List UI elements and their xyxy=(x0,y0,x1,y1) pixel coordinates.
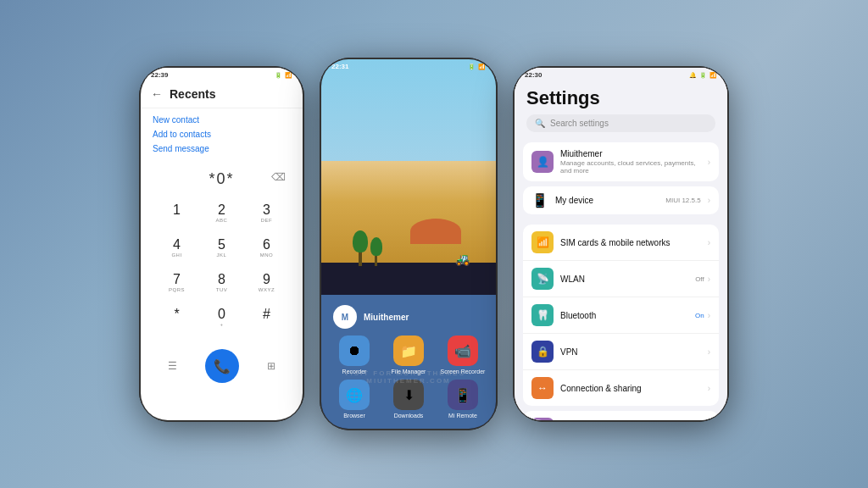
time-phone2: 22:31 xyxy=(331,63,348,70)
chevron-device-icon: › xyxy=(708,196,710,205)
vpn-icon: 🔒 xyxy=(531,341,554,363)
home-bottom-panel: M Miuithemer ⏺ Recorder 📁 File Manager 📹… xyxy=(321,295,496,429)
section-spacer xyxy=(515,214,727,219)
chevron-vpn-icon: › xyxy=(708,347,710,357)
username-label: Miuithemer xyxy=(364,313,409,322)
tree-2 xyxy=(370,237,382,266)
chevron-conn-icon: › xyxy=(708,384,710,393)
miui-version: MIUI 12.5.5 xyxy=(665,197,700,204)
phone-home: 🚜 22:31 🔋 📶 M Miuithemer ⏺ Reco xyxy=(320,58,498,430)
status-bar-phone2: 22:31 🔋 📶 xyxy=(321,59,496,72)
bluetooth-item[interactable]: 🦷 Bluetooth On › xyxy=(523,297,719,334)
delete-button[interactable]: ⌫ xyxy=(271,171,287,183)
app-screenrecorder[interactable]: 📹 Screen Recorder xyxy=(438,336,487,374)
wallpaper-icon: 🎨 xyxy=(531,418,554,420)
settings-screen: 22:30 🔔 🔋 📶 Settings 🔍 Search settings xyxy=(515,68,727,420)
home-screen: 🚜 22:31 🔋 📶 M Miuithemer ⏺ Reco xyxy=(321,59,496,429)
avatar: M xyxy=(333,305,357,329)
orange-hill xyxy=(410,219,461,244)
chevron-icon: › xyxy=(708,158,710,167)
personalization-section: 🎨 Wallpaper & personalization › 🔐 Always… xyxy=(523,411,719,420)
network-section: 📶 SIM cards & mobile networks › 📡 WLAN O… xyxy=(523,225,719,406)
vpn-label: VPN xyxy=(560,347,701,357)
app-browser[interactable]: 🌐 Browser xyxy=(330,380,379,419)
status-icons-phone3: 🔔 🔋 📶 xyxy=(689,72,717,79)
account-text: Miuithemer Manage accounts, cloud servic… xyxy=(560,149,701,175)
phone-dialer: 22:39 🔋 📶 ← Recents New contact Add to c… xyxy=(139,66,304,422)
bluetooth-status: On xyxy=(695,312,704,319)
search-icon: 🔍 xyxy=(535,119,545,128)
key-star[interactable]: * xyxy=(154,301,199,336)
phone-settings: 22:30 🔔 🔋 📶 Settings 🔍 Search settings xyxy=(513,66,729,422)
search-bar[interactable]: 🔍 Search settings xyxy=(526,114,715,132)
chevron-bt-icon: › xyxy=(708,311,710,320)
key-7[interactable]: 7 PQRS xyxy=(154,266,199,301)
account-icon: 👤 xyxy=(531,151,554,173)
app-filemanager[interactable]: 📁 File Manager xyxy=(384,336,433,374)
sim-icon: 📶 xyxy=(531,231,554,253)
app-recorder[interactable]: ⏺ Recorder xyxy=(330,336,379,374)
chevron-sim-icon: › xyxy=(708,238,710,247)
sim-item[interactable]: 📶 SIM cards & mobile networks › xyxy=(523,225,719,261)
status-icons-phone2: 🔋 📶 xyxy=(468,64,486,70)
user-info: M Miuithemer xyxy=(326,302,491,336)
tree-1 xyxy=(353,230,368,266)
vpn-item[interactable]: 🔒 VPN › xyxy=(523,334,719,370)
chevron-wlan-icon: › xyxy=(708,274,710,284)
new-contact-link[interactable]: New contact xyxy=(153,115,291,125)
key-5[interactable]: 5 JKL xyxy=(199,231,244,266)
app-downloads[interactable]: ⬇ Downloads xyxy=(384,380,433,419)
tractor: 🚜 xyxy=(455,252,470,266)
wlan-label: WLAN xyxy=(560,274,688,284)
status-icons-phone1: 🔋 📶 xyxy=(275,72,292,79)
dialer-actions: New contact Add to contacts Send message xyxy=(141,108,303,160)
wlan-item[interactable]: 📡 WLAN Off › xyxy=(523,261,719,297)
key-0[interactable]: 0 + xyxy=(199,301,244,336)
app-grid: ⏺ Recorder 📁 File Manager 📹 Screen Recor… xyxy=(326,336,491,419)
account-name: Miuithemer xyxy=(560,149,701,158)
connection-label: Connection & sharing xyxy=(560,384,701,393)
my-device-item[interactable]: 📱 My device MIUI 12.5.5 › xyxy=(523,186,719,214)
time-phone3: 22:30 xyxy=(525,71,542,79)
key-9[interactable]: 9 WXYZ xyxy=(244,266,289,301)
key-8[interactable]: 8 TUV xyxy=(199,266,244,301)
add-to-contacts-link[interactable]: Add to contacts xyxy=(153,130,291,139)
bluetooth-label: Bluetooth xyxy=(560,311,688,320)
connection-icon: ↔ xyxy=(531,377,554,399)
dialer-title: Recents xyxy=(170,87,215,101)
dial-display: *0* ⌫ xyxy=(141,160,303,193)
connection-sharing-item[interactable]: ↔ Connection & sharing › xyxy=(523,370,719,406)
settings-header: Settings 🔍 Search settings xyxy=(515,80,727,137)
contacts-grid-icon[interactable]: ⊞ xyxy=(267,360,275,372)
key-2[interactable]: 2 ABC xyxy=(199,197,244,231)
account-item[interactable]: 👤 Miuithemer Manage accounts, cloud serv… xyxy=(523,142,719,181)
key-hash[interactable]: # xyxy=(244,301,289,336)
key-6[interactable]: 6 MNO xyxy=(244,231,289,266)
back-button[interactable]: ← xyxy=(151,87,163,101)
wlan-status: Off xyxy=(695,275,704,283)
dialer-header: ← Recents xyxy=(141,80,303,108)
search-placeholder: Search settings xyxy=(550,119,609,128)
app-miremote[interactable]: 📱 Mi Remote xyxy=(438,380,487,419)
status-bar-phone1: 22:39 🔋 📶 xyxy=(141,68,303,80)
device-icon: 📱 xyxy=(531,192,548,208)
menu-icon[interactable]: ☰ xyxy=(168,360,177,372)
account-section: 👤 Miuithemer Manage accounts, cloud serv… xyxy=(523,142,719,181)
keypad: 1 2 ABC 3 DEF 4 GHI 5 JKL 6 MNO xyxy=(141,193,303,339)
key-4[interactable]: 4 GHI xyxy=(154,231,199,266)
settings-title: Settings xyxy=(526,87,715,109)
account-sub: Manage accounts, cloud services, payment… xyxy=(560,159,701,175)
send-message-link[interactable]: Send message xyxy=(153,144,291,153)
wlan-icon: 📡 xyxy=(531,268,554,290)
status-bar-phone3: 22:30 🔔 🔋 📶 xyxy=(515,68,727,80)
dialer-bottom: ☰ 📞 ⊞ xyxy=(141,342,303,390)
call-button[interactable]: 📞 xyxy=(205,349,239,383)
key-3[interactable]: 3 DEF xyxy=(244,197,289,231)
my-device-label: My device xyxy=(555,196,659,205)
ground-background xyxy=(321,161,496,263)
key-1[interactable]: 1 xyxy=(154,197,199,231)
time-phone1: 22:39 xyxy=(151,71,168,79)
bluetooth-icon: 🦷 xyxy=(531,304,554,326)
sim-label: SIM cards & mobile networks xyxy=(560,238,701,247)
wallpaper-item[interactable]: 🎨 Wallpaper & personalization › xyxy=(523,411,719,420)
